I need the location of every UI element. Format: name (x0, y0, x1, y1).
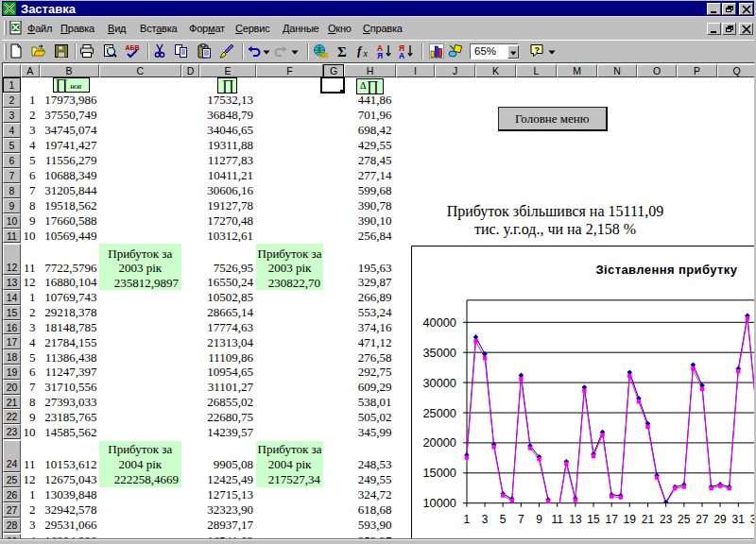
svg-text:40000: 40000 (422, 314, 456, 329)
svg-text:35000: 35000 (422, 345, 456, 359)
svg-text:31: 31 (731, 512, 745, 525)
svg-text:9: 9 (536, 512, 542, 525)
svg-text:29: 29 (713, 512, 727, 525)
svg-text:27: 27 (696, 512, 709, 525)
svg-text:АБВ: АБВ (126, 44, 140, 51)
svg-text:Я: Я (377, 51, 383, 60)
svg-text:20000: 20000 (422, 435, 456, 450)
svg-text:7: 7 (518, 512, 524, 525)
svg-text:x: x (363, 48, 369, 59)
svg-text:5: 5 (499, 512, 506, 525)
svg-text:11: 11 (551, 512, 563, 525)
svg-text:21: 21 (641, 512, 654, 525)
svg-text:13: 13 (569, 512, 582, 525)
svg-text:1: 1 (463, 512, 470, 525)
svg-text:30000: 30000 (422, 375, 456, 389)
svg-text:23: 23 (660, 512, 673, 525)
svg-text:15: 15 (587, 512, 600, 525)
svg-text:10000: 10000 (422, 496, 456, 510)
svg-text:А: А (399, 51, 404, 60)
svg-text:Σ: Σ (337, 44, 347, 60)
svg-text:19: 19 (623, 512, 636, 525)
svg-text:?: ? (535, 45, 541, 55)
svg-text:25000: 25000 (422, 405, 456, 419)
svg-text:f: f (357, 43, 363, 58)
svg-text:17: 17 (605, 512, 618, 525)
svg-text:Зіставлення прибутку: Зіставлення прибутку (595, 263, 737, 277)
svg-text:3: 3 (481, 512, 488, 525)
svg-text:15000: 15000 (422, 466, 456, 480)
svg-text:25: 25 (678, 512, 691, 525)
